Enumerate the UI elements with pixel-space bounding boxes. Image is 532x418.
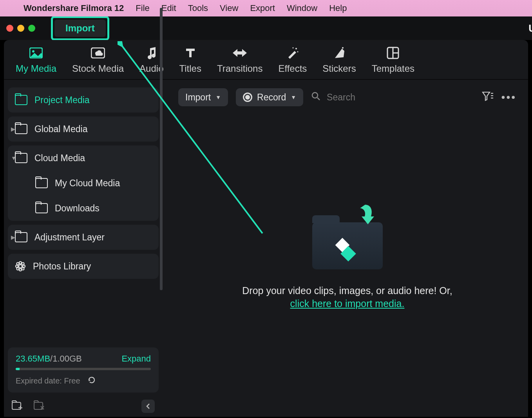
transitions-icon	[232, 45, 248, 61]
folder-icon	[15, 124, 27, 134]
tab-label: My Media	[16, 63, 56, 74]
image-icon	[29, 45, 43, 61]
main-tabs: My Media Stock Media Audio Titles Transi…	[4, 40, 528, 80]
menu-view[interactable]: View	[220, 3, 238, 13]
svg-point-25	[312, 93, 318, 98]
svg-point-18	[22, 268, 24, 270]
collapse-sidebar-button[interactable]	[141, 400, 155, 413]
svg-point-5	[292, 47, 293, 49]
tab-stock-media[interactable]: Stock Media	[72, 45, 124, 74]
sidebar: Project Media ▶ Global Media ▼ Cloud Med…	[4, 80, 163, 417]
search-input[interactable]	[326, 92, 474, 103]
folder-icon	[15, 153, 27, 163]
storage-expired-text: Expired date: Free	[16, 376, 80, 385]
storage-used: 23.65MB	[16, 354, 50, 363]
import-button-highlight: Import	[51, 16, 109, 40]
tab-transitions[interactable]: Transitions	[217, 45, 262, 74]
chevron-down-icon: ▼	[291, 94, 296, 100]
sidebar-item-my-cloud-media[interactable]: My Cloud Media	[8, 171, 159, 196]
tab-label: Titles	[179, 63, 201, 74]
refresh-icon[interactable]	[87, 376, 96, 386]
sidebar-item-label: Project Media	[34, 95, 90, 105]
close-window-button[interactable]	[6, 25, 13, 32]
fullscreen-window-button[interactable]	[28, 25, 35, 32]
new-folder-icon[interactable]	[12, 400, 23, 412]
delete-folder-icon[interactable]	[34, 400, 45, 412]
import-media-link[interactable]: click here to import media.	[290, 298, 405, 309]
tab-my-media[interactable]: My Media	[16, 45, 56, 74]
filter-icon[interactable]	[482, 91, 494, 104]
search-field[interactable]	[311, 91, 474, 103]
sidebar-item-photos-library[interactable]: Photos Library	[8, 254, 159, 279]
svg-point-12	[19, 269, 22, 271]
sidebar-item-project-media[interactable]: Project Media	[8, 87, 159, 113]
title-truncated: U	[528, 22, 532, 35]
sidebar-item-cloud-media[interactable]: ▼ Cloud Media	[8, 145, 159, 171]
svg-rect-19	[12, 402, 21, 409]
svg-point-1	[32, 50, 34, 53]
app-name[interactable]: Wondershare Filmora 12	[24, 3, 124, 13]
sidebar-item-downloads[interactable]: Downloads	[8, 196, 159, 221]
import-dropdown[interactable]: Import ▼	[178, 88, 228, 106]
media-dropzone[interactable]: Drop your video clips, images, or audio …	[178, 107, 516, 409]
dropzone-text: Drop your video clips, images, or audio …	[242, 285, 452, 296]
tab-label: Effects	[278, 63, 307, 74]
menu-export[interactable]: Export	[250, 3, 275, 13]
tab-titles[interactable]: Titles	[179, 45, 201, 74]
chevron-down-icon: ▼	[215, 94, 221, 100]
app-body: Project Media ▶ Global Media ▼ Cloud Med…	[4, 80, 528, 417]
music-note-icon	[146, 45, 157, 61]
record-dropdown-label: Record	[257, 92, 286, 103]
folder-icon	[35, 178, 48, 188]
tab-label: Stock Media	[72, 63, 124, 74]
import-button[interactable]: Import	[54, 20, 106, 37]
svg-point-16	[22, 263, 24, 265]
tab-label: Stickers	[322, 63, 356, 74]
svg-point-11	[19, 262, 22, 264]
import-dropdown-label: Import	[185, 92, 211, 103]
svg-point-3	[295, 48, 297, 49]
sidebar-item-global-media[interactable]: ▶ Global Media	[8, 116, 159, 142]
search-icon	[311, 91, 320, 103]
media-toolbar: Import ▼ Record ▼ •••	[178, 87, 516, 107]
svg-point-10	[19, 265, 22, 268]
svg-point-15	[17, 263, 19, 265]
menu-help[interactable]: Help	[329, 3, 347, 13]
menu-window[interactable]: Window	[287, 3, 317, 13]
sidebar-item-label: Photos Library	[33, 261, 91, 272]
tab-templates[interactable]: Templates	[372, 45, 414, 74]
svg-point-13	[16, 265, 18, 267]
sticker-icon	[333, 45, 346, 61]
media-pane: Import ▼ Record ▼ •••	[163, 80, 528, 417]
download-arrow-icon	[355, 203, 375, 226]
svg-point-17	[17, 268, 19, 270]
tab-effects[interactable]: Effects	[278, 45, 307, 74]
folder-icon	[15, 95, 27, 105]
sidebar-item-label: My Cloud Media	[55, 178, 120, 189]
sidebar-item-label: Global Media	[34, 124, 88, 134]
sidebar-scrollbar[interactable]	[160, 8, 163, 290]
dropzone-graphic	[312, 207, 383, 269]
sidebar-footer	[8, 400, 159, 413]
window-titlebar: Import U	[0, 16, 532, 40]
expand-storage-link[interactable]: Expand	[121, 354, 151, 364]
record-dropdown[interactable]: Record ▼	[236, 88, 303, 106]
tab-label: Templates	[372, 63, 414, 74]
svg-point-4	[297, 51, 298, 53]
storage-widget: 23.65MB/1.00GB Expand Expired date: Free	[8, 347, 159, 393]
menu-tools[interactable]: Tools	[188, 3, 208, 13]
menu-edit[interactable]: Edit	[161, 3, 176, 13]
sidebar-item-label: Adjustment Layer	[34, 232, 105, 243]
cloud-icon	[91, 45, 105, 61]
more-options-icon[interactable]: •••	[501, 91, 516, 104]
text-icon	[185, 45, 196, 61]
storage-total: 1.00GB	[52, 354, 82, 363]
svg-point-6	[342, 47, 344, 49]
minimize-window-button[interactable]	[17, 25, 24, 32]
sidebar-item-adjustment-layer[interactable]: ▶ Adjustment Layer	[8, 225, 159, 250]
svg-line-26	[317, 98, 320, 100]
templates-icon	[387, 45, 399, 61]
svg-point-14	[23, 265, 25, 267]
menu-file[interactable]: File	[136, 3, 149, 13]
tab-stickers[interactable]: Stickers	[322, 45, 356, 74]
